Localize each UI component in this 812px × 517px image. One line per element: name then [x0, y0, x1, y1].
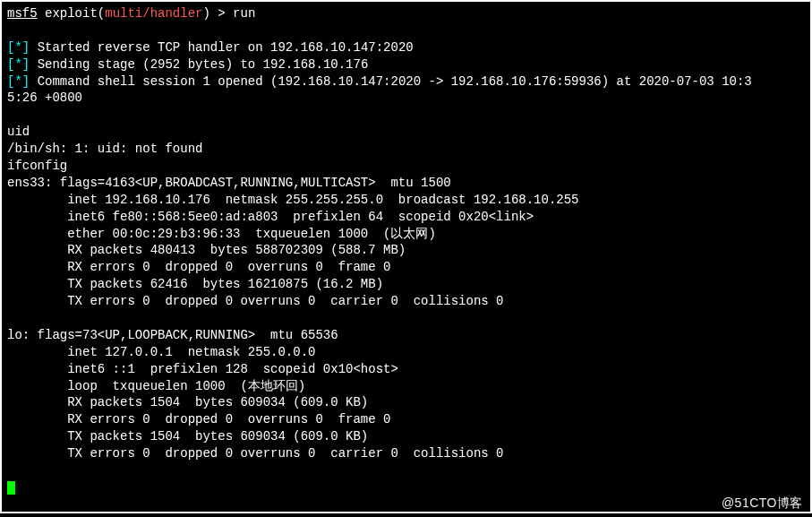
star-icon: * [14, 74, 21, 89]
command-entered: run [233, 6, 255, 21]
watermark-text: @51CTO博客 [722, 495, 803, 512]
line-ens33-inet: inet 192.168.10.176 netmask 255.255.255.… [7, 193, 579, 207]
line-ens33-tx-errors: TX errors 0 dropped 0 overruns 0 carrier… [7, 294, 504, 308]
line-lo-inet: inet 127.0.0.1 netmask 255.0.0.0 [7, 345, 315, 359]
bracket-close: ] [22, 57, 38, 72]
bracket-close: ] [22, 40, 38, 55]
line-ens33-ether: ether 00:0c:29:b3:96:33 txqueuelen 1000 … [7, 227, 436, 241]
msg-session-opened-a: Command shell session 1 opened (192.168.… [38, 74, 752, 89]
bracket-close: ] [22, 74, 38, 89]
prompt-arrow: > [218, 6, 233, 21]
line-ens33-tx-packets: TX packets 62416 bytes 16210875 (16.2 MB… [7, 277, 383, 291]
msg-session-opened-b: 5:26 +0800 [7, 90, 82, 105]
line-lo-inet6: inet6 ::1 prefixlen 128 scopeid 0x10<hos… [7, 362, 398, 376]
line-lo-tx-errors: TX errors 0 dropped 0 overruns 0 carrier… [7, 446, 504, 461]
line-ens33-inet6: inet6 fe80::568:5ee0:ad:a803 prefixlen 6… [7, 210, 534, 224]
line-uid: uid [7, 125, 30, 139]
prompt-module-close: ) [202, 6, 218, 21]
cursor-block [7, 481, 15, 495]
line-lo-flags: lo: flags=73<UP,LOOPBACK,RUNNING> mtu 65… [7, 328, 338, 342]
line-lo-rx-packets: RX packets 1504 bytes 609034 (609.0 KB) [7, 395, 368, 409]
line-ens33-rx-errors: RX errors 0 dropped 0 overruns 0 frame 0 [7, 260, 390, 274]
star-icon: * [14, 40, 21, 55]
line-ens33-flags: ens33: flags=4163<UP,BROADCAST,RUNNING,M… [7, 176, 451, 190]
terminal-output[interactable]: msf5 exploit(multi/handler) > run [*] St… [0, 0, 812, 513]
line-ifconfig: ifconfig [7, 159, 67, 173]
line-lo-rx-errors: RX errors 0 dropped 0 overruns 0 frame 0 [7, 412, 390, 427]
prompt-module-name: multi/handler [105, 6, 202, 21]
line-ens33-rx-packets: RX packets 480413 bytes 588702309 (588.7… [7, 243, 406, 257]
line-uid-notfound: /bin/sh: 1: uid: not found [7, 142, 202, 156]
line-lo-tx-packets: TX packets 1504 bytes 609034 (609.0 KB) [7, 429, 368, 444]
star-icon: * [14, 57, 21, 72]
prompt-module-label: exploit( [45, 6, 105, 21]
line-lo-loop: loop txqueuelen 1000 (本地环回) [7, 379, 305, 393]
msg-handler-start: Started reverse TCP handler on 192.168.1… [38, 40, 414, 55]
msg-sending-stage: Sending stage (2952 bytes) to 192.168.10… [38, 57, 369, 72]
prompt-prefix: msf5 [7, 6, 38, 21]
